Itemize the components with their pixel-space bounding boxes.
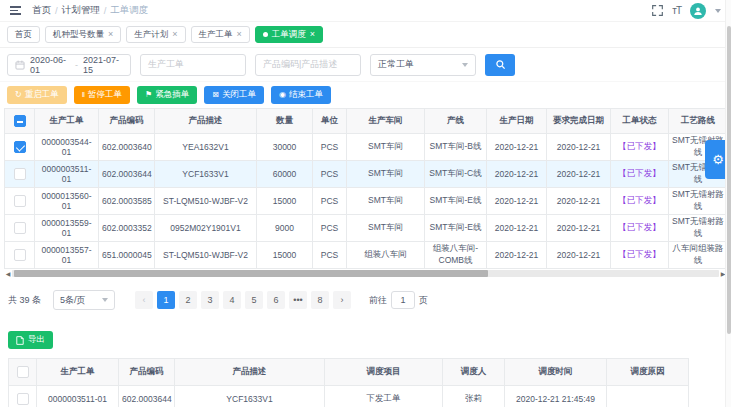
row-checkbox[interactable] (14, 141, 26, 153)
breadcrumb: 首页/计划管理/工单调度 (32, 4, 148, 17)
table-row[interactable]: 0000013560-01602.0003585ST-LQM510-WJBF-V… (5, 188, 728, 215)
row-select-cell (9, 386, 37, 407)
column-header: 单位 (313, 109, 347, 134)
page-button[interactable]: 1 (157, 291, 175, 309)
pause-order-button[interactable]: ‖ 暂停工单 (74, 86, 130, 104)
table-cell: SMT车间-E线 (425, 215, 487, 242)
row-select-cell (5, 134, 35, 161)
table-row[interactable]: 0000003511-01602.0003644YCF1633V160000PC… (5, 161, 728, 188)
vertical-scroll-thumb[interactable] (727, 26, 731, 334)
finish-icon: ◉ (279, 91, 286, 99)
next-page-button[interactable]: › (333, 291, 351, 309)
row-checkbox[interactable] (17, 393, 29, 405)
tab-close-icon[interactable]: × (310, 30, 315, 39)
table-cell (607, 386, 689, 407)
goto-page-input[interactable] (391, 291, 415, 309)
table-cell: 2020-12-21 (547, 215, 611, 242)
table-row[interactable]: 0000013559-01602.00033520952M02Y1901V190… (5, 215, 728, 242)
table-cell: 2020-12-21 (487, 134, 547, 161)
page-button[interactable]: 4 (223, 291, 241, 309)
table-cell: SMT车间-E线 (425, 188, 487, 215)
user-avatar[interactable] (690, 3, 706, 19)
table-cell: 2020-12-21 (487, 215, 547, 242)
menu-collapse-icon[interactable] (8, 4, 23, 17)
finish-order-button[interactable]: ◉ 结束工单 (271, 86, 331, 104)
page-size-select[interactable]: 5条/页 (53, 290, 115, 310)
urgent-insert-button[interactable]: ⚑ 紧急插单 (137, 86, 197, 104)
vertical-scrollbar[interactable] (725, 0, 731, 407)
table-row[interactable]: 0000003544-01602.0003640YEA1632V130000PC… (5, 134, 728, 161)
work-order-input[interactable]: 生产工单 (140, 54, 246, 76)
horizontal-scroll-track[interactable] (12, 270, 719, 277)
select-all-checkbox[interactable] (14, 115, 26, 127)
order-type-value: 正常工单 (378, 58, 414, 71)
tab-close-icon[interactable]: × (237, 30, 242, 39)
tab-label: 首页 (15, 29, 32, 41)
scroll-left-icon[interactable]: ◀ (4, 270, 12, 277)
page-button[interactable]: 8 (311, 291, 329, 309)
date-start[interactable]: 2020-06-01 (30, 55, 70, 75)
tab-label: 生产计划 (134, 29, 168, 41)
table-cell: 602.0003640 (99, 134, 155, 161)
row-checkbox[interactable] (14, 249, 26, 261)
breadcrumb-separator: / (55, 5, 58, 16)
row-checkbox[interactable] (14, 195, 26, 207)
close-order-button[interactable]: ⊠ 关闭工单 (204, 86, 264, 104)
order-status-cell: 【已下发】 (611, 161, 669, 188)
fullscreen-icon[interactable] (652, 5, 663, 16)
row-checkbox[interactable] (14, 222, 26, 234)
table-cell: 15000 (257, 188, 313, 215)
page-button[interactable]: 5 (245, 291, 263, 309)
page-button[interactable]: 2 (179, 291, 197, 309)
breadcrumb-item[interactable]: 首页 (32, 4, 51, 17)
table-cell: 组装八车间 (347, 242, 425, 269)
table-cell: SMT无镭射路线 (669, 215, 728, 242)
row-select-cell (5, 215, 35, 242)
table-cell: 602.0003644 (99, 161, 155, 188)
table-cell: SMT车间 (347, 134, 425, 161)
chevron-down-icon (102, 298, 108, 302)
search-button[interactable] (485, 54, 515, 76)
table-row[interactable]: 0000013557-01651.0000045ST-LQM510-WJBF-V… (5, 242, 728, 269)
table-cell: 602.0003644 (119, 386, 175, 407)
tab-机种型号数量[interactable]: 机种型号数量× (45, 26, 121, 43)
page-button[interactable]: 6 (267, 291, 285, 309)
table-cell: 2020-12-21 (547, 188, 611, 215)
horizontal-scroll-thumb[interactable] (14, 270, 488, 277)
table-cell: 602.0003585 (99, 188, 155, 215)
restart-order-button[interactable]: ↻ 重启工单 (7, 86, 67, 104)
date-range-picker[interactable]: 2020-06-01 - 2021-07-15 (7, 54, 131, 76)
row-checkbox[interactable] (14, 168, 26, 180)
table-cell: YCF1633V1 (155, 161, 257, 188)
table-cell: 0000003511-01 (35, 161, 99, 188)
export-button[interactable]: 导出 (8, 331, 53, 349)
breadcrumb-item[interactable]: 计划管理 (62, 4, 100, 17)
table-cell: 2020-12-21 (487, 188, 547, 215)
tab-close-icon[interactable]: × (108, 30, 113, 39)
table-cell: 0000013559-01 (35, 215, 99, 242)
font-size-icon[interactable]: тT (672, 5, 681, 16)
pager: ‹123456•••8› (135, 291, 351, 309)
date-end[interactable]: 2021-07-15 (83, 55, 123, 75)
tab-close-icon[interactable]: × (172, 30, 177, 39)
column-header: 工艺路线 (669, 109, 728, 134)
table-row[interactable]: 0000003511-01602.0003644YCF1633V1下发工单张莉2… (9, 386, 689, 407)
tab-工单调度[interactable]: 工单调度× (255, 26, 323, 43)
select-all-checkbox[interactable] (17, 366, 29, 378)
tab-生产计划[interactable]: 生产计划× (126, 26, 185, 43)
table-cell: PCS (313, 134, 347, 161)
product-search-input[interactable]: 产品编码|产品描述 (255, 54, 361, 76)
table-cell: ST-LQM510-WJBF-V2 (155, 242, 257, 269)
column-header: 产品描述 (155, 109, 257, 134)
column-header: 调度项目 (325, 359, 443, 386)
user-menu-caret-icon[interactable] (715, 9, 721, 13)
column-header: 调度人 (443, 359, 505, 386)
page-button[interactable]: 3 (201, 291, 219, 309)
horizontal-scrollbar[interactable]: ◀ ▶ (4, 269, 727, 278)
table-cell: SMT无镭射路线 (669, 188, 728, 215)
tab-生产工单[interactable]: 生产工单× (191, 26, 250, 43)
order-type-select[interactable]: 正常工单 (370, 54, 476, 76)
prev-page-button[interactable]: ‹ (135, 291, 153, 309)
tab-首页[interactable]: 首页 (7, 26, 40, 43)
column-header: 生产车间 (347, 109, 425, 134)
